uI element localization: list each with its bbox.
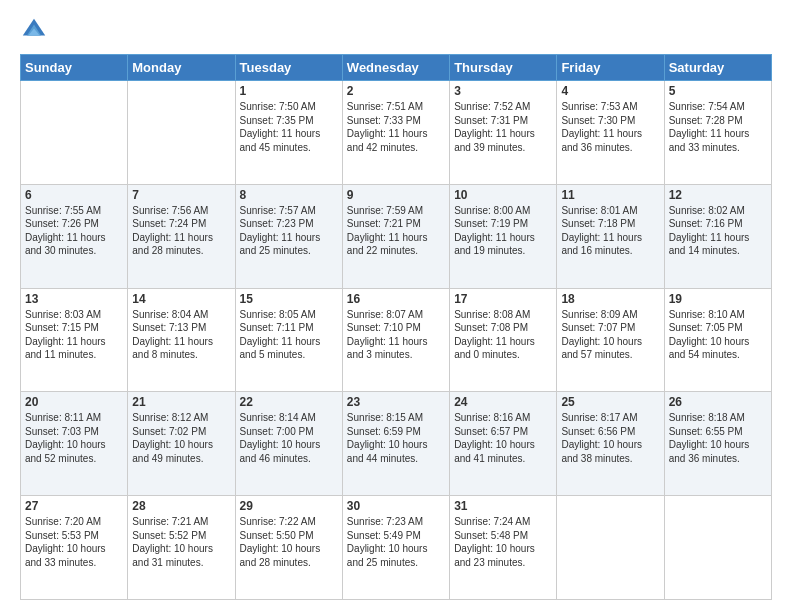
day-number: 13 — [25, 292, 123, 306]
calendar-cell: 28Sunrise: 7:21 AM Sunset: 5:52 PM Dayli… — [128, 496, 235, 600]
header — [20, 16, 772, 44]
day-number: 30 — [347, 499, 445, 513]
calendar-cell — [664, 496, 771, 600]
calendar-cell: 27Sunrise: 7:20 AM Sunset: 5:53 PM Dayli… — [21, 496, 128, 600]
calendar-body: 1Sunrise: 7:50 AM Sunset: 7:35 PM Daylig… — [21, 81, 772, 600]
weekday-header-tuesday: Tuesday — [235, 55, 342, 81]
cell-text: Sunrise: 8:18 AM Sunset: 6:55 PM Dayligh… — [669, 411, 767, 465]
calendar-cell: 21Sunrise: 8:12 AM Sunset: 7:02 PM Dayli… — [128, 392, 235, 496]
calendar-cell: 23Sunrise: 8:15 AM Sunset: 6:59 PM Dayli… — [342, 392, 449, 496]
cell-text: Sunrise: 8:15 AM Sunset: 6:59 PM Dayligh… — [347, 411, 445, 465]
day-number: 2 — [347, 84, 445, 98]
calendar-cell: 26Sunrise: 8:18 AM Sunset: 6:55 PM Dayli… — [664, 392, 771, 496]
calendar-cell: 18Sunrise: 8:09 AM Sunset: 7:07 PM Dayli… — [557, 288, 664, 392]
cell-text: Sunrise: 8:03 AM Sunset: 7:15 PM Dayligh… — [25, 308, 123, 362]
cell-text: Sunrise: 7:22 AM Sunset: 5:50 PM Dayligh… — [240, 515, 338, 569]
calendar-cell: 17Sunrise: 8:08 AM Sunset: 7:08 PM Dayli… — [450, 288, 557, 392]
cell-text: Sunrise: 7:24 AM Sunset: 5:48 PM Dayligh… — [454, 515, 552, 569]
weekday-header-thursday: Thursday — [450, 55, 557, 81]
calendar-cell: 14Sunrise: 8:04 AM Sunset: 7:13 PM Dayli… — [128, 288, 235, 392]
calendar-week-3: 13Sunrise: 8:03 AM Sunset: 7:15 PM Dayli… — [21, 288, 772, 392]
cell-text: Sunrise: 8:09 AM Sunset: 7:07 PM Dayligh… — [561, 308, 659, 362]
cell-text: Sunrise: 8:00 AM Sunset: 7:19 PM Dayligh… — [454, 204, 552, 258]
weekday-header-saturday: Saturday — [664, 55, 771, 81]
calendar-cell: 8Sunrise: 7:57 AM Sunset: 7:23 PM Daylig… — [235, 184, 342, 288]
day-number: 18 — [561, 292, 659, 306]
day-number: 1 — [240, 84, 338, 98]
cell-text: Sunrise: 8:07 AM Sunset: 7:10 PM Dayligh… — [347, 308, 445, 362]
page: SundayMondayTuesdayWednesdayThursdayFrid… — [0, 0, 792, 612]
day-number: 15 — [240, 292, 338, 306]
calendar-cell: 30Sunrise: 7:23 AM Sunset: 5:49 PM Dayli… — [342, 496, 449, 600]
calendar-cell: 31Sunrise: 7:24 AM Sunset: 5:48 PM Dayli… — [450, 496, 557, 600]
day-number: 26 — [669, 395, 767, 409]
cell-text: Sunrise: 8:16 AM Sunset: 6:57 PM Dayligh… — [454, 411, 552, 465]
day-number: 11 — [561, 188, 659, 202]
calendar-cell: 10Sunrise: 8:00 AM Sunset: 7:19 PM Dayli… — [450, 184, 557, 288]
cell-text: Sunrise: 8:11 AM Sunset: 7:03 PM Dayligh… — [25, 411, 123, 465]
cell-text: Sunrise: 7:50 AM Sunset: 7:35 PM Dayligh… — [240, 100, 338, 154]
cell-text: Sunrise: 7:56 AM Sunset: 7:24 PM Dayligh… — [132, 204, 230, 258]
day-number: 22 — [240, 395, 338, 409]
calendar-week-1: 1Sunrise: 7:50 AM Sunset: 7:35 PM Daylig… — [21, 81, 772, 185]
cell-text: Sunrise: 7:55 AM Sunset: 7:26 PM Dayligh… — [25, 204, 123, 258]
weekday-header-monday: Monday — [128, 55, 235, 81]
day-number: 23 — [347, 395, 445, 409]
calendar-cell: 9Sunrise: 7:59 AM Sunset: 7:21 PM Daylig… — [342, 184, 449, 288]
calendar-cell: 24Sunrise: 8:16 AM Sunset: 6:57 PM Dayli… — [450, 392, 557, 496]
weekday-header-sunday: Sunday — [21, 55, 128, 81]
day-number: 31 — [454, 499, 552, 513]
calendar-cell — [557, 496, 664, 600]
calendar-cell — [128, 81, 235, 185]
weekday-header-row: SundayMondayTuesdayWednesdayThursdayFrid… — [21, 55, 772, 81]
logo-icon — [20, 16, 48, 44]
calendar-cell: 25Sunrise: 8:17 AM Sunset: 6:56 PM Dayli… — [557, 392, 664, 496]
calendar-cell: 20Sunrise: 8:11 AM Sunset: 7:03 PM Dayli… — [21, 392, 128, 496]
cell-text: Sunrise: 8:10 AM Sunset: 7:05 PM Dayligh… — [669, 308, 767, 362]
cell-text: Sunrise: 7:59 AM Sunset: 7:21 PM Dayligh… — [347, 204, 445, 258]
calendar-cell: 12Sunrise: 8:02 AM Sunset: 7:16 PM Dayli… — [664, 184, 771, 288]
day-number: 27 — [25, 499, 123, 513]
day-number: 4 — [561, 84, 659, 98]
weekday-header-wednesday: Wednesday — [342, 55, 449, 81]
calendar-cell: 4Sunrise: 7:53 AM Sunset: 7:30 PM Daylig… — [557, 81, 664, 185]
cell-text: Sunrise: 7:51 AM Sunset: 7:33 PM Dayligh… — [347, 100, 445, 154]
calendar-cell: 19Sunrise: 8:10 AM Sunset: 7:05 PM Dayli… — [664, 288, 771, 392]
cell-text: Sunrise: 8:12 AM Sunset: 7:02 PM Dayligh… — [132, 411, 230, 465]
cell-text: Sunrise: 8:04 AM Sunset: 7:13 PM Dayligh… — [132, 308, 230, 362]
cell-text: Sunrise: 8:02 AM Sunset: 7:16 PM Dayligh… — [669, 204, 767, 258]
cell-text: Sunrise: 8:14 AM Sunset: 7:00 PM Dayligh… — [240, 411, 338, 465]
cell-text: Sunrise: 7:21 AM Sunset: 5:52 PM Dayligh… — [132, 515, 230, 569]
day-number: 9 — [347, 188, 445, 202]
cell-text: Sunrise: 7:23 AM Sunset: 5:49 PM Dayligh… — [347, 515, 445, 569]
calendar-week-2: 6Sunrise: 7:55 AM Sunset: 7:26 PM Daylig… — [21, 184, 772, 288]
day-number: 19 — [669, 292, 767, 306]
calendar-cell: 11Sunrise: 8:01 AM Sunset: 7:18 PM Dayli… — [557, 184, 664, 288]
day-number: 3 — [454, 84, 552, 98]
day-number: 24 — [454, 395, 552, 409]
day-number: 17 — [454, 292, 552, 306]
calendar-header: SundayMondayTuesdayWednesdayThursdayFrid… — [21, 55, 772, 81]
calendar-cell: 3Sunrise: 7:52 AM Sunset: 7:31 PM Daylig… — [450, 81, 557, 185]
day-number: 28 — [132, 499, 230, 513]
day-number: 12 — [669, 188, 767, 202]
day-number: 10 — [454, 188, 552, 202]
day-number: 14 — [132, 292, 230, 306]
calendar-cell: 1Sunrise: 7:50 AM Sunset: 7:35 PM Daylig… — [235, 81, 342, 185]
cell-text: Sunrise: 8:05 AM Sunset: 7:11 PM Dayligh… — [240, 308, 338, 362]
day-number: 6 — [25, 188, 123, 202]
calendar-cell: 22Sunrise: 8:14 AM Sunset: 7:00 PM Dayli… — [235, 392, 342, 496]
calendar-cell: 2Sunrise: 7:51 AM Sunset: 7:33 PM Daylig… — [342, 81, 449, 185]
calendar-cell: 13Sunrise: 8:03 AM Sunset: 7:15 PM Dayli… — [21, 288, 128, 392]
cell-text: Sunrise: 8:17 AM Sunset: 6:56 PM Dayligh… — [561, 411, 659, 465]
day-number: 16 — [347, 292, 445, 306]
calendar-table: SundayMondayTuesdayWednesdayThursdayFrid… — [20, 54, 772, 600]
weekday-header-friday: Friday — [557, 55, 664, 81]
cell-text: Sunrise: 7:57 AM Sunset: 7:23 PM Dayligh… — [240, 204, 338, 258]
calendar-cell: 16Sunrise: 8:07 AM Sunset: 7:10 PM Dayli… — [342, 288, 449, 392]
calendar-cell — [21, 81, 128, 185]
day-number: 7 — [132, 188, 230, 202]
calendar-cell: 5Sunrise: 7:54 AM Sunset: 7:28 PM Daylig… — [664, 81, 771, 185]
logo — [20, 16, 52, 44]
cell-text: Sunrise: 7:20 AM Sunset: 5:53 PM Dayligh… — [25, 515, 123, 569]
